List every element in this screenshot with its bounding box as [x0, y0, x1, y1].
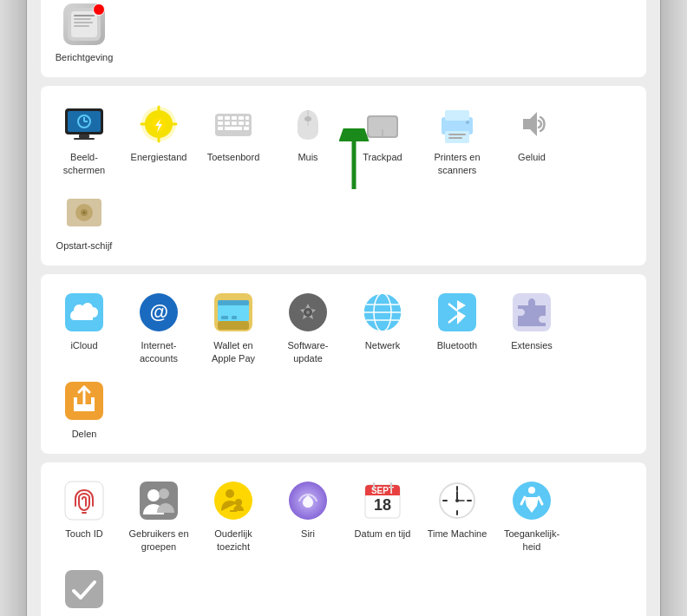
berichtgeving-icon-wrap — [62, 2, 107, 47]
section-3: iCloud @ Internet-accounts — [41, 274, 646, 454]
berichtgeving-icon — [63, 3, 105, 45]
toetsenbord-icon — [213, 103, 254, 145]
svg-rect-65 — [245, 121, 249, 125]
svg-rect-89 — [218, 300, 249, 305]
netwerk-icon — [362, 292, 403, 333]
opstartschijf-icon-wrap — [62, 190, 107, 235]
svg-rect-66 — [218, 127, 223, 130]
svg-point-70 — [304, 116, 311, 121]
notification-badge — [93, 3, 105, 16]
touchid-label: Touch ID — [65, 528, 102, 540]
svg-rect-137 — [65, 570, 103, 608]
touchid-icon-wrap — [62, 478, 107, 523]
geluid-icon-wrap — [509, 102, 554, 147]
svg-rect-92 — [232, 316, 237, 319]
svg-rect-109 — [65, 482, 103, 520]
trackpad-icon-wrap — [360, 102, 405, 147]
siri-label: Siri — [301, 528, 315, 540]
svg-rect-68 — [244, 127, 249, 130]
item-beeldschermen[interactable]: Beeld-schermen — [49, 96, 119, 180]
svg-point-79 — [466, 121, 469, 124]
geluid-label: Geluid — [518, 151, 546, 163]
svg-text:@: @ — [149, 301, 167, 323]
item-toetsenbord[interactable]: Toetsenbord — [199, 96, 268, 180]
item-profielen[interactable]: Profielen — [49, 561, 119, 616]
item-wallet[interactable]: Wallet en Apple Pay — [199, 285, 268, 368]
section-1: 📄 Algemeen — [41, 0, 646, 77]
opstartschijf-icon — [63, 192, 105, 233]
item-datum[interactable]: SEPT 18 Datum en tijd — [348, 473, 417, 556]
item-berichtgeving[interactable]: Berichtgeving — [49, 0, 119, 67]
svg-rect-93 — [218, 321, 249, 330]
touchid-icon — [63, 480, 105, 521]
item-siri[interactable]: Siri — [273, 473, 343, 556]
svg-rect-67 — [225, 127, 242, 130]
item-extensies[interactable]: Extensies — [497, 285, 566, 368]
extensies-label: Extensies — [511, 339, 553, 351]
trackpad-label: Trackpad — [363, 151, 402, 163]
item-delen[interactable]: Delen — [49, 373, 119, 443]
svg-rect-63 — [232, 121, 237, 125]
bluetooth-label: Bluetooth — [437, 339, 477, 351]
trackpad-icon — [362, 103, 403, 145]
energie-icon-wrap — [136, 102, 181, 147]
icloud-icon — [63, 292, 105, 333]
item-gebruikers[interactable]: Gebruikers en groepen — [124, 473, 193, 556]
energie-icon — [138, 103, 180, 145]
svg-rect-60 — [245, 116, 249, 120]
item-opstartschijf[interactable]: Opstart-schijf — [49, 185, 119, 255]
svg-rect-57 — [225, 116, 230, 120]
datum-icon: SEPT 18 — [362, 480, 403, 521]
muis-label: Muis — [298, 151, 317, 163]
siri-icon — [287, 480, 329, 521]
toetsenbord-icon-wrap — [211, 102, 256, 147]
svg-point-115 — [235, 499, 242, 506]
svg-point-113 — [214, 482, 252, 520]
item-icloud[interactable]: iCloud — [49, 285, 119, 368]
item-ouderlijk[interactable]: Ouderlijk toezicht — [199, 473, 268, 556]
toetsenbord-label: Toetsenbord — [207, 151, 260, 163]
svg-text:18: 18 — [374, 496, 391, 514]
delen-icon-wrap — [62, 378, 107, 423]
item-internet[interactable]: @ Internet-accounts — [124, 285, 193, 368]
opstartschijf-label: Opstart-schijf — [56, 239, 113, 252]
svg-rect-37 — [74, 15, 95, 16]
software-label: Software-update — [277, 339, 339, 364]
wallet-icon — [213, 292, 254, 333]
beeldschermen-label: Beeld-schermen — [53, 151, 115, 176]
item-touchid[interactable]: Touch ID — [49, 473, 119, 556]
svg-rect-61 — [218, 121, 223, 125]
timemachine-label: Time Machine — [428, 528, 487, 540]
item-software[interactable]: Software-update — [273, 285, 343, 368]
printers-icon — [436, 103, 478, 145]
icloud-icon-wrap — [62, 290, 107, 335]
wallet-icon-wrap — [211, 290, 256, 335]
svg-point-96 — [306, 311, 310, 314]
datum-icon-wrap: SEPT 18 — [360, 478, 405, 523]
item-muis[interactable]: Muis — [273, 96, 343, 180]
content-area: 📄 Algemeen — [27, 0, 660, 616]
item-geluid[interactable]: Geluid — [497, 96, 566, 180]
item-netwerk[interactable]: Netwerk — [348, 285, 417, 368]
gebruikers-label: Gebruikers en groepen — [128, 528, 190, 553]
internet-label: Internet-accounts — [128, 339, 190, 364]
svg-rect-44 — [74, 138, 95, 140]
item-bluetooth[interactable]: Bluetooth — [422, 285, 492, 368]
printers-label: Printers en scanners — [426, 151, 488, 176]
siri-icon-wrap — [285, 478, 330, 523]
extensies-icon-wrap — [509, 290, 554, 335]
svg-rect-77 — [448, 134, 466, 135]
item-timemachine[interactable]: Time Machine — [422, 473, 492, 556]
icloud-label: iCloud — [70, 339, 97, 351]
main-window: ‹ › Systeemvoorkeuren 🔍 — [27, 0, 660, 616]
item-printers[interactable]: Printers en scanners — [422, 96, 492, 180]
svg-rect-59 — [239, 116, 244, 120]
software-icon-wrap — [285, 290, 330, 335]
svg-point-112 — [159, 488, 169, 499]
internet-icon-wrap: @ — [136, 290, 181, 335]
muis-icon — [287, 103, 329, 145]
item-energie[interactable]: Energiestand — [124, 96, 193, 180]
svg-rect-75 — [445, 110, 469, 121]
item-trackpad[interactable]: Trackpad — [348, 96, 417, 180]
item-toegankelijk[interactable]: Toegankelijk-heid — [497, 473, 566, 556]
